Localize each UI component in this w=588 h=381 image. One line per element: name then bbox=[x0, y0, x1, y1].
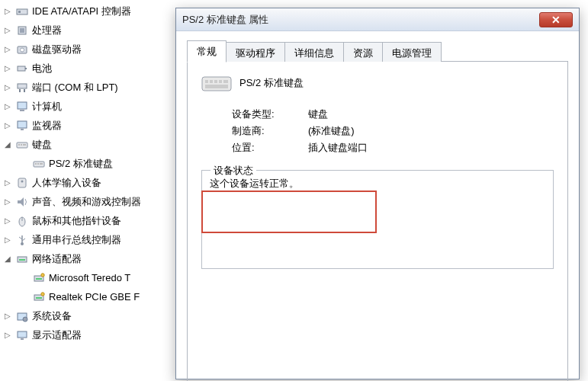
svg-rect-7 bbox=[25, 68, 27, 69]
device-header: PS/2 标准键盘 bbox=[201, 72, 554, 94]
tree-item[interactable]: ▷磁盘驱动器 bbox=[3, 40, 183, 59]
expand-icon[interactable]: ▷ bbox=[3, 26, 12, 35]
tree-item[interactable]: ▷显示适配器 bbox=[3, 325, 183, 344]
svg-rect-9 bbox=[19, 89, 21, 92]
svg-point-24 bbox=[21, 180, 24, 182]
property-value: (标准键盘) bbox=[308, 124, 355, 138]
property-key: 设备类型: bbox=[232, 107, 308, 121]
property-key: 位置: bbox=[232, 141, 308, 155]
tree-item-label: 键盘 bbox=[32, 138, 52, 152]
collapse-icon[interactable]: ◢ bbox=[3, 255, 12, 264]
tree-item[interactable]: ▷端口 (COM 和 LPT) bbox=[3, 78, 183, 97]
expand-icon[interactable]: ▷ bbox=[3, 235, 12, 245]
svg-rect-44 bbox=[202, 77, 231, 91]
tree-item-label: 显示适配器 bbox=[32, 328, 82, 342]
svg-rect-12 bbox=[20, 110, 24, 111]
computer-icon bbox=[15, 100, 29, 114]
tree-item[interactable]: PS/2 标准键盘 bbox=[3, 154, 183, 173]
no-twisty bbox=[20, 274, 29, 283]
close-button[interactable]: ✕ bbox=[539, 12, 573, 27]
svg-rect-21 bbox=[37, 163, 39, 165]
close-icon: ✕ bbox=[551, 14, 561, 26]
titlebar[interactable]: PS/2 标准键盘 属性 ✕ bbox=[176, 8, 579, 31]
tree-item-label: 磁盘驱动器 bbox=[32, 43, 82, 56]
tree-item[interactable]: ▷通用串行总线控制器 bbox=[3, 230, 183, 249]
tree-item[interactable]: ▷人体学输入设备 bbox=[3, 173, 183, 192]
tree-item-label: 监视器 bbox=[32, 119, 62, 133]
tree-item-label: 人体学输入设备 bbox=[32, 176, 101, 190]
tree-item[interactable]: ▷电池 bbox=[3, 59, 183, 78]
svg-rect-47 bbox=[214, 80, 217, 83]
tree-item-label: IDE ATA/ATAPI 控制器 bbox=[32, 5, 131, 18]
svg-rect-50 bbox=[205, 85, 228, 88]
no-twisty bbox=[20, 159, 29, 168]
tree-item[interactable]: ▷计算机 bbox=[3, 97, 183, 116]
property-key: 制造商: bbox=[232, 124, 308, 138]
svg-point-39 bbox=[41, 292, 44, 295]
tree-item-label: 端口 (COM 和 LPT) bbox=[32, 81, 118, 94]
expand-icon[interactable]: ▷ bbox=[3, 64, 12, 73]
expand-icon[interactable]: ▷ bbox=[3, 216, 12, 226]
expand-icon[interactable]: ▷ bbox=[3, 312, 12, 321]
property-row: 位置:插入键盘端口 bbox=[232, 141, 554, 155]
tab-1[interactable]: 驱动程序 bbox=[226, 42, 285, 62]
tree-item-label: Microsoft Teredo T bbox=[49, 272, 130, 283]
tree-item-label: 通用串行总线控制器 bbox=[32, 233, 121, 247]
tree-item[interactable]: ◢网络适配器 bbox=[3, 249, 183, 268]
svg-rect-48 bbox=[219, 80, 222, 83]
tree-item-label: 网络适配器 bbox=[32, 252, 82, 266]
status-textbox[interactable]: 这个设备运转正常。 bbox=[201, 170, 554, 269]
tab-0[interactable]: 常规 bbox=[187, 40, 227, 62]
svg-rect-49 bbox=[223, 80, 228, 83]
device-status-group: 设备状态 这个设备运转正常。 bbox=[201, 170, 554, 269]
tab-2[interactable]: 详细信息 bbox=[284, 42, 344, 62]
tree-item[interactable]: ▷处理器 bbox=[3, 21, 183, 40]
tree-item-label: 鼠标和其他指针设备 bbox=[32, 214, 121, 228]
tree-item[interactable]: ▷声音、视频和游戏控制器 bbox=[3, 192, 183, 211]
svg-rect-1 bbox=[18, 11, 21, 13]
no-twisty bbox=[20, 293, 29, 302]
svg-marker-25 bbox=[18, 197, 24, 207]
expand-icon[interactable]: ▷ bbox=[3, 7, 12, 16]
port-icon bbox=[15, 81, 29, 94]
tab-panel-general: PS/2 标准键盘 设备类型:键盘制造商:(标准键盘)位置:插入键盘端口 设备状… bbox=[187, 62, 568, 381]
expand-icon[interactable]: ▷ bbox=[3, 197, 12, 207]
svg-rect-18 bbox=[23, 144, 26, 146]
svg-rect-33 bbox=[19, 259, 25, 261]
expand-icon[interactable]: ▷ bbox=[3, 83, 12, 92]
tree-item[interactable]: ◢键盘 bbox=[3, 135, 183, 154]
svg-rect-16 bbox=[18, 144, 20, 146]
tree-item[interactable]: ▷鼠标和其他指针设备 bbox=[3, 211, 183, 230]
tree-item-label: 声音、视频和游戏控制器 bbox=[32, 195, 141, 209]
expand-icon[interactable]: ▷ bbox=[3, 45, 12, 54]
tree-item[interactable]: ▷系统设备 bbox=[3, 306, 183, 325]
ide-icon bbox=[15, 5, 29, 18]
tree-item[interactable]: Microsoft Teredo T bbox=[3, 268, 183, 287]
tree-item-label: PS/2 标准键盘 bbox=[49, 157, 113, 171]
svg-rect-46 bbox=[210, 80, 213, 83]
usb-icon bbox=[15, 233, 29, 247]
svg-rect-22 bbox=[40, 163, 43, 165]
hid-icon bbox=[15, 176, 29, 190]
property-value: 插入键盘端口 bbox=[308, 141, 368, 155]
expand-icon[interactable]: ▷ bbox=[3, 121, 12, 130]
dialog-title: PS/2 标准键盘 属性 bbox=[182, 13, 536, 27]
expand-icon[interactable]: ▷ bbox=[3, 102, 12, 111]
tree-item[interactable]: ▷IDE ATA/ATAPI 控制器 bbox=[3, 2, 183, 21]
expand-icon[interactable]: ▷ bbox=[3, 178, 12, 187]
svg-rect-14 bbox=[21, 129, 24, 130]
collapse-icon[interactable]: ◢ bbox=[3, 140, 12, 149]
svg-rect-45 bbox=[205, 80, 208, 83]
expand-icon[interactable]: ▷ bbox=[3, 331, 12, 340]
svg-rect-23 bbox=[18, 178, 26, 187]
tree-item[interactable]: ▷监视器 bbox=[3, 116, 183, 135]
property-row: 制造商:(标准键盘) bbox=[232, 124, 554, 138]
tab-3[interactable]: 资源 bbox=[343, 42, 383, 62]
network-icon bbox=[15, 252, 29, 266]
tree-item-label: 计算机 bbox=[32, 100, 62, 114]
tab-4[interactable]: 电源管理 bbox=[382, 42, 442, 62]
properties-dialog: PS/2 标准键盘 属性 ✕ 常规驱动程序详细信息资源电源管理 PS/2 标准键… bbox=[175, 8, 580, 379]
tree-item[interactable]: Realtek PCIe GBE F bbox=[3, 287, 183, 306]
tree-item-label: 系统设备 bbox=[32, 309, 72, 323]
svg-rect-3 bbox=[20, 28, 24, 33]
